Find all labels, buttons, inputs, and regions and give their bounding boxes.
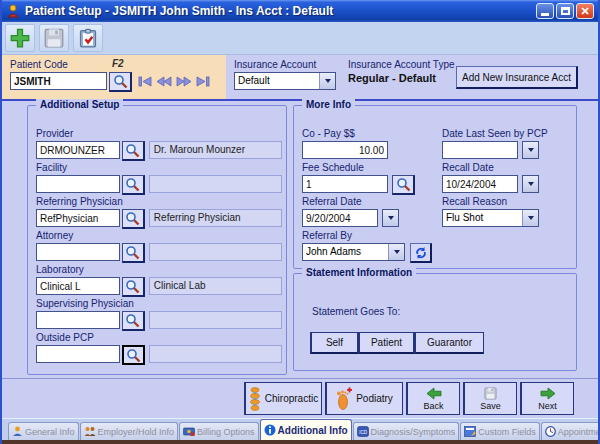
appointments-icon <box>545 426 556 437</box>
referral-by-value: John Adams <box>303 244 388 260</box>
referring-physician-search-button[interactable] <box>122 209 145 229</box>
dropdown-arrow-icon[interactable] <box>388 244 404 260</box>
tab-custom-fields[interactable]: Custom Fields <box>460 422 540 440</box>
save-button[interactable]: Save <box>463 382 517 415</box>
tab-label: Billing Options <box>197 427 255 437</box>
magnifier-icon <box>125 143 140 158</box>
save-toolbar-button[interactable] <box>39 24 69 52</box>
outside-pcp-input[interactable] <box>36 345 120 363</box>
laboratory-field: Laboratory Clinical Lab <box>36 264 282 296</box>
referral-date-input[interactable] <box>302 209 378 227</box>
back-label: Back <box>423 401 443 411</box>
referring-physician-field: Referring Physician Referring Physician <box>36 196 282 228</box>
fee-schedule-input[interactable] <box>302 175 388 193</box>
patient-code-search-button[interactable] <box>109 72 132 92</box>
referral-date-dropdown-button[interactable] <box>382 209 399 227</box>
recall-date-input[interactable] <box>442 175 518 193</box>
nav-next-button[interactable] <box>176 76 192 87</box>
insurance-account-select[interactable]: Default <box>234 72 336 90</box>
co-pay-input[interactable] <box>302 141 388 159</box>
supervising-physician-display <box>149 311 282 329</box>
provider-search-button[interactable] <box>122 141 145 161</box>
verify-button[interactable] <box>73 24 103 52</box>
chiropractic-label: Chiropractic <box>265 393 318 404</box>
close-icon: ✕ <box>580 6 589 17</box>
tab-billing-options[interactable]: Billing Options <box>179 422 259 440</box>
referring-physician-display: Referring Physician <box>149 209 282 227</box>
recall-reason-select[interactable]: Flu Shot <box>442 209 539 227</box>
nav-last-button[interactable] <box>196 76 210 87</box>
outside-pcp-search-button[interactable] <box>122 345 145 365</box>
window-bottom-edge <box>2 440 598 444</box>
insurance-account-type-label: Insurance Account Type <box>348 59 455 70</box>
co-pay-label: Co - Pay $$ <box>302 128 438 141</box>
dropdown-arrow-icon[interactable] <box>522 210 538 226</box>
facility-search-button[interactable] <box>122 175 145 195</box>
referral-by-select[interactable]: John Adams <box>302 243 405 261</box>
nav-first-button[interactable] <box>138 76 152 87</box>
statement-self-button[interactable]: Self <box>310 332 358 354</box>
dropdown-arrow-icon <box>388 216 394 220</box>
tab-appointments[interactable]: Appointments <box>541 422 600 440</box>
diagnosis-icon: ICD <box>357 426 369 437</box>
provider-input[interactable] <box>36 141 120 159</box>
patient-bar: Patient Code F2 Insurance Account Defaul… <box>2 55 598 99</box>
podiatry-button[interactable]: Podiatry <box>325 382 403 415</box>
recall-reason-value: Flu Shot <box>443 210 522 226</box>
co-pay-field: Co - Pay $$ <box>302 128 438 160</box>
patient-code-input[interactable] <box>10 72 107 90</box>
fee-schedule-search-button[interactable] <box>392 175 415 195</box>
tab-employer-hold-info[interactable]: Employer/Hold Info <box>80 422 179 440</box>
back-button[interactable]: Back <box>406 382 460 415</box>
statement-info-group: Statement Information Statement Goes To:… <box>293 273 577 371</box>
statement-guarantor-button[interactable]: Guarantor <box>414 332 484 354</box>
referring-physician-input[interactable] <box>36 209 120 227</box>
custom-fields-icon <box>464 426 476 437</box>
laboratory-input[interactable] <box>36 277 120 295</box>
add-patient-button[interactable] <box>5 24 35 52</box>
tab-additional-info[interactable]: Additional Info <box>260 419 352 440</box>
spine-icon <box>249 387 261 411</box>
date-last-seen-input[interactable] <box>442 141 518 159</box>
laboratory-display: Clinical Lab <box>149 277 282 295</box>
statement-patient-button[interactable]: Patient <box>358 332 414 354</box>
magnifier-icon <box>125 245 140 260</box>
fee-schedule-field: Fee Schedule <box>302 162 438 194</box>
add-new-insurance-button[interactable]: Add New Insurance Acct <box>456 66 578 89</box>
employer-icon <box>84 426 96 437</box>
attorney-label: Attorney <box>36 230 282 243</box>
supervising-physician-field: Supervising Physician <box>36 298 282 330</box>
person-icon <box>12 426 23 437</box>
date-last-seen-dropdown-button[interactable] <box>522 141 539 159</box>
insurance-account-type-value: Regular - Default <box>348 72 436 84</box>
app-icon <box>6 4 20 18</box>
chiropractic-button[interactable]: Chiropractic <box>244 382 322 415</box>
dropdown-arrow-icon[interactable] <box>319 73 335 89</box>
supervising-physician-input[interactable] <box>36 311 120 329</box>
next-button[interactable]: Next <box>520 382 574 415</box>
laboratory-search-button[interactable] <box>122 277 145 297</box>
patient-code-area: Patient Code F2 <box>2 55 226 99</box>
insurance-account-label: Insurance Account <box>234 59 316 70</box>
tab-label: Appointments <box>558 427 600 437</box>
minimize-button[interactable] <box>536 3 554 19</box>
refresh-icon <box>414 246 428 260</box>
magnifier-icon <box>125 313 140 328</box>
nav-prev-button[interactable] <box>156 76 172 87</box>
tab-general-info[interactable]: General Info <box>8 422 79 440</box>
tab-label: Diagnosis/Symptoms <box>371 427 456 437</box>
maximize-button[interactable] <box>556 3 574 19</box>
close-button[interactable]: ✕ <box>576 3 594 19</box>
supervising-physician-search-button[interactable] <box>122 311 145 331</box>
facility-label: Facility <box>36 162 282 175</box>
recall-date-dropdown-button[interactable] <box>522 175 539 193</box>
attorney-search-button[interactable] <box>122 243 145 263</box>
titlebar: Patient Setup - JSMITH John Smith - Ins … <box>2 0 598 22</box>
attorney-input[interactable] <box>36 243 120 261</box>
recall-date-label: Recall Date <box>442 162 574 175</box>
tab-diagnosis-symptoms[interactable]: ICD Diagnosis/Symptoms <box>353 422 460 440</box>
additional-setup-group: Additional Setup Provider Dr. Maroun Mou… <box>27 105 287 375</box>
referral-by-refresh-button[interactable] <box>410 243 432 263</box>
referring-physician-label: Referring Physician <box>36 196 282 209</box>
facility-input[interactable] <box>36 175 120 193</box>
